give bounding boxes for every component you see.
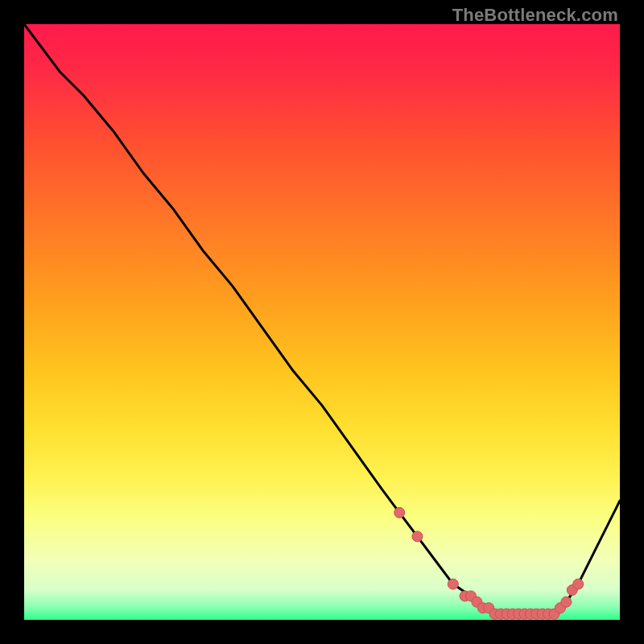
curve-marker: [573, 579, 584, 589]
curve-marker: [561, 597, 572, 607]
chart-stage: TheBottleneck.com: [0, 0, 644, 644]
curve-marker: [394, 507, 405, 518]
curve-marker: [448, 579, 458, 589]
curve-markers: [394, 507, 584, 619]
plot-area: [24, 24, 620, 620]
watermark-text: TheBottleneck.com: [452, 5, 618, 26]
curve-layer: [24, 24, 620, 620]
curve-marker: [412, 531, 423, 542]
bottleneck-curve: [24, 24, 620, 614]
